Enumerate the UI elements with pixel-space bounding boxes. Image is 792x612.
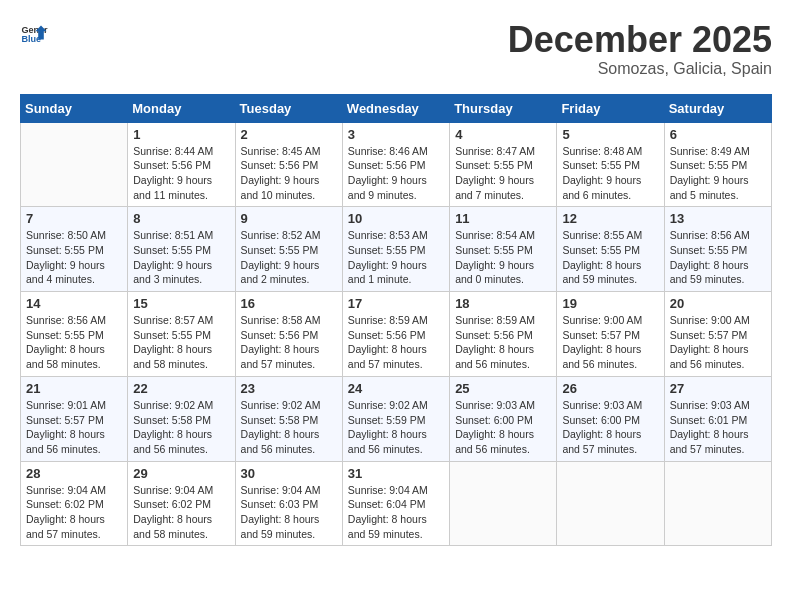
calendar-cell: 24Sunrise: 9:02 AM Sunset: 5:59 PM Dayli… xyxy=(342,376,449,461)
day-info: Sunrise: 9:03 AM Sunset: 6:00 PM Dayligh… xyxy=(562,398,658,457)
day-number: 25 xyxy=(455,381,551,396)
calendar-cell: 26Sunrise: 9:03 AM Sunset: 6:00 PM Dayli… xyxy=(557,376,664,461)
calendar-week-row: 14Sunrise: 8:56 AM Sunset: 5:55 PM Dayli… xyxy=(21,292,772,377)
day-number: 22 xyxy=(133,381,229,396)
day-number: 7 xyxy=(26,211,122,226)
day-info: Sunrise: 9:04 AM Sunset: 6:04 PM Dayligh… xyxy=(348,483,444,542)
calendar-header-row: SundayMondayTuesdayWednesdayThursdayFrid… xyxy=(21,94,772,122)
logo-icon: General Blue xyxy=(20,20,48,48)
calendar-cell: 19Sunrise: 9:00 AM Sunset: 5:57 PM Dayli… xyxy=(557,292,664,377)
day-info: Sunrise: 8:51 AM Sunset: 5:55 PM Dayligh… xyxy=(133,228,229,287)
header-monday: Monday xyxy=(128,94,235,122)
day-number: 11 xyxy=(455,211,551,226)
day-number: 1 xyxy=(133,127,229,142)
day-info: Sunrise: 8:56 AM Sunset: 5:55 PM Dayligh… xyxy=(26,313,122,372)
calendar-cell xyxy=(664,461,771,546)
calendar-cell: 17Sunrise: 8:59 AM Sunset: 5:56 PM Dayli… xyxy=(342,292,449,377)
location: Somozas, Galicia, Spain xyxy=(508,60,772,78)
day-info: Sunrise: 8:57 AM Sunset: 5:55 PM Dayligh… xyxy=(133,313,229,372)
day-number: 4 xyxy=(455,127,551,142)
calendar-cell: 13Sunrise: 8:56 AM Sunset: 5:55 PM Dayli… xyxy=(664,207,771,292)
calendar-cell: 11Sunrise: 8:54 AM Sunset: 5:55 PM Dayli… xyxy=(450,207,557,292)
calendar-cell xyxy=(450,461,557,546)
calendar-cell: 16Sunrise: 8:58 AM Sunset: 5:56 PM Dayli… xyxy=(235,292,342,377)
calendar-week-row: 7Sunrise: 8:50 AM Sunset: 5:55 PM Daylig… xyxy=(21,207,772,292)
day-number: 16 xyxy=(241,296,337,311)
header-sunday: Sunday xyxy=(21,94,128,122)
day-number: 3 xyxy=(348,127,444,142)
page-header: General Blue December 2025 Somozas, Gali… xyxy=(20,20,772,78)
day-info: Sunrise: 9:00 AM Sunset: 5:57 PM Dayligh… xyxy=(562,313,658,372)
calendar-week-row: 21Sunrise: 9:01 AM Sunset: 5:57 PM Dayli… xyxy=(21,376,772,461)
day-number: 27 xyxy=(670,381,766,396)
day-number: 28 xyxy=(26,466,122,481)
day-info: Sunrise: 8:48 AM Sunset: 5:55 PM Dayligh… xyxy=(562,144,658,203)
calendar-cell: 14Sunrise: 8:56 AM Sunset: 5:55 PM Dayli… xyxy=(21,292,128,377)
day-info: Sunrise: 9:04 AM Sunset: 6:02 PM Dayligh… xyxy=(26,483,122,542)
header-wednesday: Wednesday xyxy=(342,94,449,122)
day-info: Sunrise: 8:46 AM Sunset: 5:56 PM Dayligh… xyxy=(348,144,444,203)
day-number: 30 xyxy=(241,466,337,481)
calendar-cell: 10Sunrise: 8:53 AM Sunset: 5:55 PM Dayli… xyxy=(342,207,449,292)
day-info: Sunrise: 8:59 AM Sunset: 5:56 PM Dayligh… xyxy=(455,313,551,372)
day-info: Sunrise: 9:04 AM Sunset: 6:03 PM Dayligh… xyxy=(241,483,337,542)
day-info: Sunrise: 8:58 AM Sunset: 5:56 PM Dayligh… xyxy=(241,313,337,372)
calendar-cell: 2Sunrise: 8:45 AM Sunset: 5:56 PM Daylig… xyxy=(235,122,342,207)
day-info: Sunrise: 8:47 AM Sunset: 5:55 PM Dayligh… xyxy=(455,144,551,203)
day-number: 19 xyxy=(562,296,658,311)
calendar-cell: 3Sunrise: 8:46 AM Sunset: 5:56 PM Daylig… xyxy=(342,122,449,207)
calendar-cell: 18Sunrise: 8:59 AM Sunset: 5:56 PM Dayli… xyxy=(450,292,557,377)
calendar-cell: 8Sunrise: 8:51 AM Sunset: 5:55 PM Daylig… xyxy=(128,207,235,292)
day-number: 5 xyxy=(562,127,658,142)
calendar-week-row: 1Sunrise: 8:44 AM Sunset: 5:56 PM Daylig… xyxy=(21,122,772,207)
day-number: 12 xyxy=(562,211,658,226)
day-number: 15 xyxy=(133,296,229,311)
day-number: 29 xyxy=(133,466,229,481)
day-number: 17 xyxy=(348,296,444,311)
calendar-cell: 29Sunrise: 9:04 AM Sunset: 6:02 PM Dayli… xyxy=(128,461,235,546)
day-info: Sunrise: 8:50 AM Sunset: 5:55 PM Dayligh… xyxy=(26,228,122,287)
header-tuesday: Tuesday xyxy=(235,94,342,122)
day-info: Sunrise: 9:00 AM Sunset: 5:57 PM Dayligh… xyxy=(670,313,766,372)
logo: General Blue xyxy=(20,20,48,48)
day-number: 10 xyxy=(348,211,444,226)
day-info: Sunrise: 8:59 AM Sunset: 5:56 PM Dayligh… xyxy=(348,313,444,372)
calendar-cell: 30Sunrise: 9:04 AM Sunset: 6:03 PM Dayli… xyxy=(235,461,342,546)
calendar-cell: 23Sunrise: 9:02 AM Sunset: 5:58 PM Dayli… xyxy=(235,376,342,461)
day-info: Sunrise: 9:03 AM Sunset: 6:00 PM Dayligh… xyxy=(455,398,551,457)
calendar-cell: 1Sunrise: 8:44 AM Sunset: 5:56 PM Daylig… xyxy=(128,122,235,207)
day-number: 18 xyxy=(455,296,551,311)
day-info: Sunrise: 9:04 AM Sunset: 6:02 PM Dayligh… xyxy=(133,483,229,542)
calendar-cell: 31Sunrise: 9:04 AM Sunset: 6:04 PM Dayli… xyxy=(342,461,449,546)
day-info: Sunrise: 8:45 AM Sunset: 5:56 PM Dayligh… xyxy=(241,144,337,203)
calendar-table: SundayMondayTuesdayWednesdayThursdayFrid… xyxy=(20,94,772,547)
day-info: Sunrise: 8:49 AM Sunset: 5:55 PM Dayligh… xyxy=(670,144,766,203)
day-info: Sunrise: 8:54 AM Sunset: 5:55 PM Dayligh… xyxy=(455,228,551,287)
day-number: 14 xyxy=(26,296,122,311)
calendar-cell: 15Sunrise: 8:57 AM Sunset: 5:55 PM Dayli… xyxy=(128,292,235,377)
day-number: 8 xyxy=(133,211,229,226)
day-number: 2 xyxy=(241,127,337,142)
calendar-cell: 25Sunrise: 9:03 AM Sunset: 6:00 PM Dayli… xyxy=(450,376,557,461)
day-number: 9 xyxy=(241,211,337,226)
day-info: Sunrise: 9:01 AM Sunset: 5:57 PM Dayligh… xyxy=(26,398,122,457)
day-info: Sunrise: 9:03 AM Sunset: 6:01 PM Dayligh… xyxy=(670,398,766,457)
calendar-week-row: 28Sunrise: 9:04 AM Sunset: 6:02 PM Dayli… xyxy=(21,461,772,546)
day-info: Sunrise: 9:02 AM Sunset: 5:58 PM Dayligh… xyxy=(133,398,229,457)
calendar-cell: 6Sunrise: 8:49 AM Sunset: 5:55 PM Daylig… xyxy=(664,122,771,207)
header-thursday: Thursday xyxy=(450,94,557,122)
day-number: 6 xyxy=(670,127,766,142)
day-info: Sunrise: 8:44 AM Sunset: 5:56 PM Dayligh… xyxy=(133,144,229,203)
day-number: 23 xyxy=(241,381,337,396)
day-number: 21 xyxy=(26,381,122,396)
day-info: Sunrise: 8:56 AM Sunset: 5:55 PM Dayligh… xyxy=(670,228,766,287)
calendar-cell: 22Sunrise: 9:02 AM Sunset: 5:58 PM Dayli… xyxy=(128,376,235,461)
calendar-cell: 9Sunrise: 8:52 AM Sunset: 5:55 PM Daylig… xyxy=(235,207,342,292)
day-number: 26 xyxy=(562,381,658,396)
header-friday: Friday xyxy=(557,94,664,122)
calendar-cell: 20Sunrise: 9:00 AM Sunset: 5:57 PM Dayli… xyxy=(664,292,771,377)
header-saturday: Saturday xyxy=(664,94,771,122)
day-number: 24 xyxy=(348,381,444,396)
calendar-cell: 27Sunrise: 9:03 AM Sunset: 6:01 PM Dayli… xyxy=(664,376,771,461)
calendar-cell: 5Sunrise: 8:48 AM Sunset: 5:55 PM Daylig… xyxy=(557,122,664,207)
